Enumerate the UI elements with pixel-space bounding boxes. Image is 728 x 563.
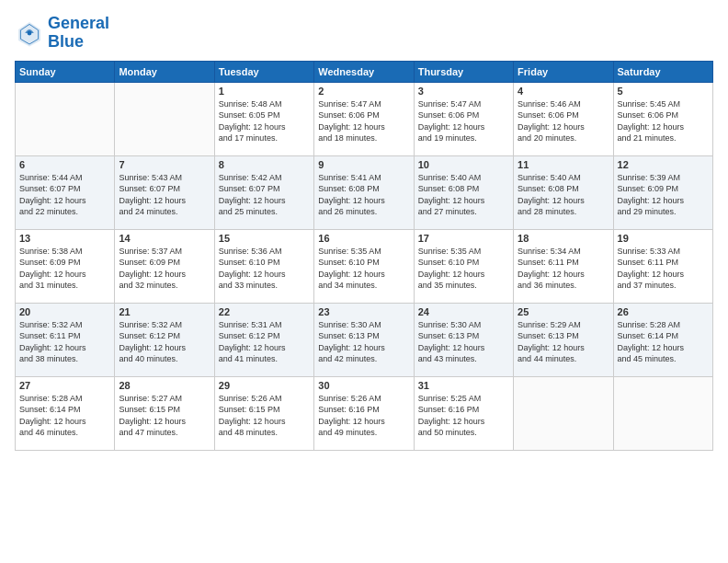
calendar-cell-4-1: 28Sunrise: 5:27 AM Sunset: 6:15 PM Dayli… bbox=[115, 376, 214, 450]
calendar-cell-2-6: 19Sunrise: 5:33 AM Sunset: 6:11 PM Dayli… bbox=[613, 229, 712, 303]
day-info: Sunrise: 5:35 AM Sunset: 6:10 PM Dayligh… bbox=[418, 246, 509, 292]
day-number: 5 bbox=[618, 86, 709, 97]
day-info: Sunrise: 5:33 AM Sunset: 6:11 PM Dayligh… bbox=[618, 246, 709, 292]
day-number: 31 bbox=[418, 380, 509, 391]
calendar-table: Sunday Monday Tuesday Wednesday Thursday… bbox=[15, 61, 713, 451]
col-monday: Monday bbox=[115, 61, 214, 82]
day-info: Sunrise: 5:43 AM Sunset: 6:07 PM Dayligh… bbox=[119, 172, 210, 218]
day-info: Sunrise: 5:32 AM Sunset: 6:11 PM Dayligh… bbox=[19, 319, 110, 365]
col-friday: Friday bbox=[514, 61, 613, 82]
day-number: 1 bbox=[219, 86, 310, 97]
calendar-cell-1-4: 10Sunrise: 5:40 AM Sunset: 6:08 PM Dayli… bbox=[414, 155, 513, 229]
day-number: 11 bbox=[518, 159, 609, 170]
calendar-cell-3-2: 22Sunrise: 5:31 AM Sunset: 6:12 PM Dayli… bbox=[214, 303, 313, 376]
day-number: 13 bbox=[19, 233, 110, 244]
day-info: Sunrise: 5:38 AM Sunset: 6:09 PM Dayligh… bbox=[19, 246, 110, 292]
logo-line1: General bbox=[48, 15, 109, 33]
calendar-cell-3-0: 20Sunrise: 5:32 AM Sunset: 6:11 PM Dayli… bbox=[16, 303, 115, 376]
day-number: 23 bbox=[318, 306, 409, 317]
day-number: 27 bbox=[19, 380, 110, 391]
day-number: 30 bbox=[318, 380, 409, 391]
week-row-2: 13Sunrise: 5:38 AM Sunset: 6:09 PM Dayli… bbox=[16, 229, 713, 303]
calendar-cell-4-6 bbox=[613, 376, 712, 450]
calendar-cell-4-0: 27Sunrise: 5:28 AM Sunset: 6:14 PM Dayli… bbox=[16, 376, 115, 450]
day-number: 22 bbox=[219, 306, 310, 317]
calendar-cell-3-5: 25Sunrise: 5:29 AM Sunset: 6:13 PM Dayli… bbox=[514, 303, 613, 376]
day-info: Sunrise: 5:32 AM Sunset: 6:12 PM Dayligh… bbox=[119, 319, 210, 365]
week-row-0: 1Sunrise: 5:48 AM Sunset: 6:05 PM Daylig… bbox=[16, 82, 713, 155]
calendar-cell-4-4: 31Sunrise: 5:25 AM Sunset: 6:16 PM Dayli… bbox=[414, 376, 513, 450]
calendar-cell-0-2: 1Sunrise: 5:48 AM Sunset: 6:05 PM Daylig… bbox=[214, 82, 313, 155]
day-number: 14 bbox=[119, 233, 210, 244]
day-number: 12 bbox=[618, 159, 709, 170]
calendar-cell-1-3: 9Sunrise: 5:41 AM Sunset: 6:08 PM Daylig… bbox=[314, 155, 414, 229]
day-info: Sunrise: 5:34 AM Sunset: 6:11 PM Dayligh… bbox=[518, 246, 609, 292]
calendar-cell-1-5: 11Sunrise: 5:40 AM Sunset: 6:08 PM Dayli… bbox=[514, 155, 613, 229]
calendar-cell-3-1: 21Sunrise: 5:32 AM Sunset: 6:12 PM Dayli… bbox=[115, 303, 214, 376]
week-row-4: 27Sunrise: 5:28 AM Sunset: 6:14 PM Dayli… bbox=[16, 376, 713, 450]
day-info: Sunrise: 5:28 AM Sunset: 6:14 PM Dayligh… bbox=[618, 319, 709, 365]
calendar-cell-0-5: 4Sunrise: 5:46 AM Sunset: 6:06 PM Daylig… bbox=[514, 82, 613, 155]
day-number: 8 bbox=[219, 159, 310, 170]
calendar-cell-0-4: 3Sunrise: 5:47 AM Sunset: 6:06 PM Daylig… bbox=[414, 82, 513, 155]
day-info: Sunrise: 5:26 AM Sunset: 6:15 PM Dayligh… bbox=[219, 393, 310, 439]
day-number: 21 bbox=[119, 306, 210, 317]
calendar-cell-3-4: 24Sunrise: 5:30 AM Sunset: 6:13 PM Dayli… bbox=[414, 303, 513, 376]
calendar-cell-1-1: 7Sunrise: 5:43 AM Sunset: 6:07 PM Daylig… bbox=[115, 155, 214, 229]
day-info: Sunrise: 5:47 AM Sunset: 6:06 PM Dayligh… bbox=[418, 98, 509, 144]
day-number: 4 bbox=[518, 86, 609, 97]
calendar-cell-2-1: 14Sunrise: 5:37 AM Sunset: 6:09 PM Dayli… bbox=[115, 229, 214, 303]
day-number: 2 bbox=[318, 86, 409, 97]
day-info: Sunrise: 5:26 AM Sunset: 6:16 PM Dayligh… bbox=[318, 393, 409, 439]
calendar-cell-2-0: 13Sunrise: 5:38 AM Sunset: 6:09 PM Dayli… bbox=[16, 229, 115, 303]
svg-point-2 bbox=[28, 30, 32, 35]
col-sunday: Sunday bbox=[16, 61, 115, 82]
calendar-cell-0-3: 2Sunrise: 5:47 AM Sunset: 6:06 PM Daylig… bbox=[314, 82, 414, 155]
day-info: Sunrise: 5:40 AM Sunset: 6:08 PM Dayligh… bbox=[518, 172, 609, 218]
calendar-cell-1-6: 12Sunrise: 5:39 AM Sunset: 6:09 PM Dayli… bbox=[613, 155, 712, 229]
day-number: 15 bbox=[219, 233, 310, 244]
day-info: Sunrise: 5:39 AM Sunset: 6:09 PM Dayligh… bbox=[618, 172, 709, 218]
day-number: 3 bbox=[418, 86, 509, 97]
col-wednesday: Wednesday bbox=[314, 61, 414, 82]
day-number: 20 bbox=[19, 306, 110, 317]
calendar-header-row: Sunday Monday Tuesday Wednesday Thursday… bbox=[16, 61, 713, 82]
day-number: 10 bbox=[418, 159, 509, 170]
calendar-cell-2-3: 16Sunrise: 5:35 AM Sunset: 6:10 PM Dayli… bbox=[314, 229, 414, 303]
calendar-cell-2-5: 18Sunrise: 5:34 AM Sunset: 6:11 PM Dayli… bbox=[514, 229, 613, 303]
page: General Blue Sunday Monday Tuesday Wedne… bbox=[0, 0, 728, 563]
calendar-cell-4-2: 29Sunrise: 5:26 AM Sunset: 6:15 PM Dayli… bbox=[214, 376, 313, 450]
day-info: Sunrise: 5:36 AM Sunset: 6:10 PM Dayligh… bbox=[219, 246, 310, 292]
col-tuesday: Tuesday bbox=[214, 61, 313, 82]
calendar-cell-2-4: 17Sunrise: 5:35 AM Sunset: 6:10 PM Dayli… bbox=[414, 229, 513, 303]
day-info: Sunrise: 5:37 AM Sunset: 6:09 PM Dayligh… bbox=[119, 246, 210, 292]
day-info: Sunrise: 5:31 AM Sunset: 6:12 PM Dayligh… bbox=[219, 319, 310, 365]
day-info: Sunrise: 5:45 AM Sunset: 6:06 PM Dayligh… bbox=[618, 98, 709, 144]
calendar-cell-4-5 bbox=[514, 376, 613, 450]
day-number: 17 bbox=[418, 233, 509, 244]
calendar-cell-2-2: 15Sunrise: 5:36 AM Sunset: 6:10 PM Dayli… bbox=[214, 229, 313, 303]
day-number: 18 bbox=[518, 233, 609, 244]
calendar-cell-0-6: 5Sunrise: 5:45 AM Sunset: 6:06 PM Daylig… bbox=[613, 82, 712, 155]
day-info: Sunrise: 5:46 AM Sunset: 6:06 PM Dayligh… bbox=[518, 98, 609, 144]
day-info: Sunrise: 5:30 AM Sunset: 6:13 PM Dayligh… bbox=[418, 319, 509, 365]
day-number: 16 bbox=[318, 233, 409, 244]
day-info: Sunrise: 5:30 AM Sunset: 6:13 PM Dayligh… bbox=[318, 319, 409, 365]
day-info: Sunrise: 5:27 AM Sunset: 6:15 PM Dayligh… bbox=[119, 393, 210, 439]
day-info: Sunrise: 5:48 AM Sunset: 6:05 PM Dayligh… bbox=[219, 98, 310, 144]
day-number: 19 bbox=[618, 233, 709, 244]
day-info: Sunrise: 5:25 AM Sunset: 6:16 PM Dayligh… bbox=[418, 393, 509, 439]
day-number: 26 bbox=[618, 306, 709, 317]
day-info: Sunrise: 5:40 AM Sunset: 6:08 PM Dayligh… bbox=[418, 172, 509, 218]
week-row-3: 20Sunrise: 5:32 AM Sunset: 6:11 PM Dayli… bbox=[16, 303, 713, 376]
logo-icon bbox=[15, 18, 44, 48]
logo-text: General Blue bbox=[48, 15, 109, 52]
day-info: Sunrise: 5:28 AM Sunset: 6:14 PM Dayligh… bbox=[19, 393, 110, 439]
col-saturday: Saturday bbox=[613, 61, 712, 82]
day-number: 7 bbox=[119, 159, 210, 170]
day-info: Sunrise: 5:42 AM Sunset: 6:07 PM Dayligh… bbox=[219, 172, 310, 218]
col-thursday: Thursday bbox=[414, 61, 513, 82]
day-info: Sunrise: 5:41 AM Sunset: 6:08 PM Dayligh… bbox=[318, 172, 409, 218]
day-info: Sunrise: 5:44 AM Sunset: 6:07 PM Dayligh… bbox=[19, 172, 110, 218]
day-number: 25 bbox=[518, 306, 609, 317]
